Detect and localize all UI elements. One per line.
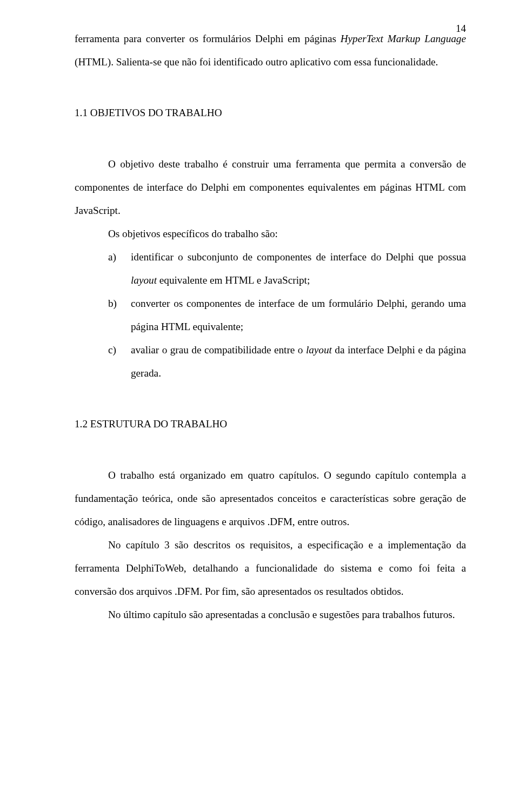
text-run: identificar o subconjunto de componentes… (131, 251, 466, 263)
text-run: ferramenta para converter os formulários… (75, 33, 341, 44)
paragraph-estrutura-3: No último capítulo são apresentadas a co… (75, 603, 466, 626)
list-item: b) converter os componentes de interface… (75, 292, 466, 338)
list-item: c) avaliar o grau de compatibilidade ent… (75, 338, 466, 385)
text-run: (HTML). Salienta-se que não foi identifi… (75, 56, 438, 68)
paragraph-estrutura-2: No capítulo 3 são descritos os requisito… (75, 533, 466, 603)
text-run: converter os componentes de interface de… (131, 298, 466, 332)
section-heading-objetivos: 1.1 OBJETIVOS DO TRABALHO (75, 107, 466, 119)
paragraph-objetivo-geral: O objetivo deste trabalho é construir um… (75, 152, 466, 222)
document-page: 14 ferramenta para converter os formulár… (0, 0, 519, 812)
paragraph-estrutura-1: O trabalho está organizado em quatro cap… (75, 464, 466, 533)
text-italic: HyperText Markup Language (341, 33, 466, 44)
text-italic: layout (131, 274, 157, 286)
section-heading-estrutura: 1.2 ESTRUTURA DO TRABALHO (75, 418, 466, 430)
text-run: avaliar o grau de compatibilidade entre … (131, 344, 306, 355)
list-marker: b) (108, 292, 117, 315)
list-marker: a) (108, 245, 116, 269)
paragraph-intro: ferramenta para converter os formulários… (75, 27, 466, 73)
list-marker: c) (108, 338, 116, 361)
text-run: equivalente em HTML e JavaScript; (157, 274, 310, 286)
list-item: a) identificar o subconjunto de componen… (75, 245, 466, 292)
objectives-list: a) identificar o subconjunto de componen… (75, 245, 466, 385)
paragraph-objetivos-especificos-intro: Os objetivos específicos do trabalho são… (75, 222, 466, 245)
page-number: 14 (456, 23, 466, 35)
text-italic: layout (306, 344, 332, 355)
